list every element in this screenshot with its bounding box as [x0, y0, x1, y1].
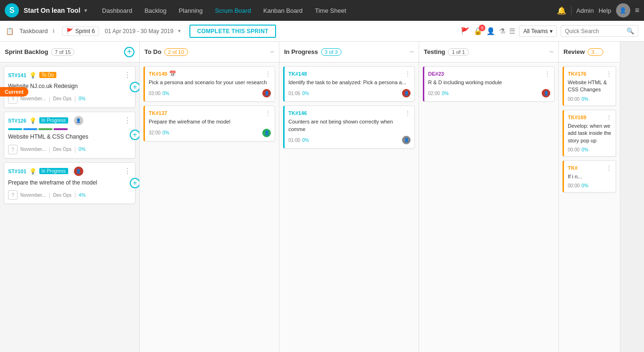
- task-time-partial: 00:00: [568, 183, 580, 188]
- story-add-btn-141[interactable]: +: [130, 82, 139, 92]
- todo-collapse-button[interactable]: −: [270, 48, 274, 56]
- person-icon[interactable]: 👤: [486, 27, 495, 35]
- task-pct-137: 0%: [162, 130, 169, 135]
- story-add-btn-126[interactable]: +: [130, 130, 139, 140]
- inprogress-content: TK#148 ⋮ Identify the task to be analyze…: [279, 62, 419, 352]
- flag-icon[interactable]: 🚩: [461, 27, 470, 35]
- sprint-selector[interactable]: 🚩 Sprint 6: [62, 26, 99, 36]
- story-lamp-icon: 💡: [29, 72, 36, 79]
- task-card-169: TK#169 ⋮ Develop: when we add task insid…: [563, 110, 616, 157]
- task-menu-146[interactable]: ⋮: [405, 110, 411, 116]
- testing-collapse-button[interactable]: −: [549, 48, 554, 56]
- nav-backlog[interactable]: Backlog: [139, 4, 172, 17]
- nav-divider: [571, 6, 572, 15]
- story-percent-101: 4%: [79, 193, 85, 198]
- search-icon[interactable]: 🔍: [626, 27, 634, 35]
- sprint-flag-icon: 🚩: [66, 28, 73, 35]
- todo-count: 2 of 10: [164, 48, 188, 56]
- column-inprogress: In Progress 3 of 3 − TK#148 ⋮ Identify t…: [279, 42, 419, 352]
- story-progress-bars-126: [8, 128, 131, 130]
- story-question-icon-126: ?: [8, 145, 18, 154]
- task-pct-146: 0%: [302, 138, 309, 143]
- lock-icon[interactable]: 🔒9: [474, 27, 483, 35]
- nav-planning[interactable]: Planning: [173, 4, 208, 17]
- story-lamp-icon-101: 💡: [29, 168, 36, 175]
- task-avatar-148: 👤: [402, 89, 411, 97]
- column-todo: To Do 2 of 10 − TK#149 📅 ⋮ Pick a person…: [140, 42, 279, 352]
- task-pct-176: 0%: [581, 97, 588, 102]
- app-chevron-icon[interactable]: ▾: [84, 7, 87, 14]
- taskboard-icon: 📋: [6, 27, 14, 35]
- task-pct-169: 0%: [581, 147, 588, 152]
- task-pct-partial: 0%: [581, 183, 588, 188]
- story-id-141: ST#141: [8, 72, 27, 78]
- story-avatar-126a: 👤: [74, 116, 83, 125]
- search-box: 🔍: [561, 25, 638, 37]
- hamburger-menu-icon[interactable]: ≡: [635, 6, 639, 15]
- task-time-169: 00:00: [568, 147, 580, 152]
- app-logo: S: [5, 3, 19, 18]
- story-menu-141[interactable]: ⋮: [124, 70, 131, 79]
- story-card-126: ST#126 💡 In Progress 👤 ⋮ Website HTML & …: [4, 112, 135, 158]
- story-question-icon-101: ?: [8, 190, 18, 200]
- taskboard-label: Taskboard: [19, 27, 48, 35]
- task-title-146: Counters are not being shown correctly w…: [288, 118, 411, 133]
- backlog-title: Sprint Backlog: [5, 48, 48, 55]
- review-title: Review: [564, 48, 585, 55]
- task-id-149: TK#149: [149, 71, 167, 77]
- user-name[interactable]: Admin: [576, 7, 594, 14]
- user-avatar[interactable]: 👤: [616, 3, 630, 18]
- taskboard-info-icon[interactable]: ℹ: [53, 28, 54, 34]
- story-menu-126[interactable]: ⋮: [124, 116, 131, 125]
- nav-scrum-board[interactable]: Scrum Board: [209, 4, 257, 17]
- nav-time-sheet[interactable]: Time Sheet: [309, 4, 352, 17]
- task-menu-137[interactable]: ⋮: [265, 110, 271, 116]
- inprogress-title: In Progress: [284, 48, 318, 55]
- task-menu-169[interactable]: ⋮: [606, 114, 612, 121]
- backlog-add-button[interactable]: +: [124, 47, 134, 57]
- date-chevron-icon[interactable]: ▾: [178, 28, 181, 34]
- task-avatar-149: 👤: [262, 89, 271, 97]
- complete-sprint-button[interactable]: COMPLETE THIS SPRINT: [189, 25, 276, 38]
- task-menu-148[interactable]: ⋮: [405, 70, 411, 77]
- todo-title: To Do: [144, 48, 161, 55]
- task-menu-176[interactable]: ⋮: [606, 70, 612, 77]
- list-icon[interactable]: ☰: [509, 27, 515, 35]
- toolbar: 📋 Taskboard ℹ 🚩 Sprint 6 01 Apr 2019 - 3…: [0, 21, 644, 42]
- task-title-176: Website HTML & CSS Changes: [568, 79, 612, 94]
- story-title-126: Website HTML & CSS Changes: [8, 133, 131, 141]
- review-count: 3…: [588, 48, 603, 56]
- task-time-137: 32:00: [149, 130, 161, 135]
- inprogress-collapse-button[interactable]: −: [410, 48, 414, 56]
- notification-bell-icon[interactable]: 🔔: [557, 6, 566, 15]
- story-menu-101[interactable]: ⋮: [124, 167, 131, 176]
- teams-chevron-icon: ▾: [550, 28, 553, 35]
- story-percent-141: 0%: [79, 96, 85, 101]
- task-avatar-de23: 👤: [542, 89, 550, 97]
- task-card-176: TK#176 ⋮ Website HTML & CSS Changes 00:0…: [563, 66, 616, 106]
- nav-kanban-board[interactable]: Kanban Board: [258, 4, 308, 17]
- inprogress-header: In Progress 3 of 3 −: [279, 42, 419, 62]
- teams-dropdown[interactable]: All Teams ▾: [519, 26, 557, 37]
- task-time-149: 03:00: [149, 91, 161, 96]
- column-review: Review 3… TK#176 ⋮ Website HTML & CSS Ch…: [559, 42, 620, 352]
- task-menu-149[interactable]: ⋮: [265, 70, 271, 77]
- search-input[interactable]: [565, 28, 626, 35]
- task-menu-de23[interactable]: ⋮: [545, 70, 550, 77]
- task-title-169: Develop: when we add task inside the sto…: [568, 123, 612, 144]
- nav-dashboard[interactable]: Dashboard: [97, 4, 138, 17]
- testing-content: DE#23 ⋮ R & D including working module 0…: [419, 62, 558, 352]
- teams-label: All Teams: [523, 28, 548, 35]
- task-id-146: TK#146: [288, 110, 307, 116]
- filter-icon[interactable]: ⚗: [499, 27, 505, 35]
- current-badge[interactable]: Current: [0, 87, 28, 97]
- story-meta-141: November...: [20, 96, 46, 101]
- story-add-btn-101[interactable]: +: [130, 178, 139, 188]
- task-menu-partial[interactable]: ⋮: [606, 165, 612, 171]
- story-title-101: Prepare the wireframe of the model: [8, 179, 131, 187]
- story-percent-126: 0%: [79, 147, 85, 152]
- task-title-137: Prepare the wireframe of the model: [149, 118, 271, 125]
- task-card-137: TK#137 ⋮ Prepare the wireframe of the mo…: [143, 106, 275, 141]
- story-id-126: ST#126: [8, 118, 27, 123]
- help-link[interactable]: Help: [599, 7, 611, 14]
